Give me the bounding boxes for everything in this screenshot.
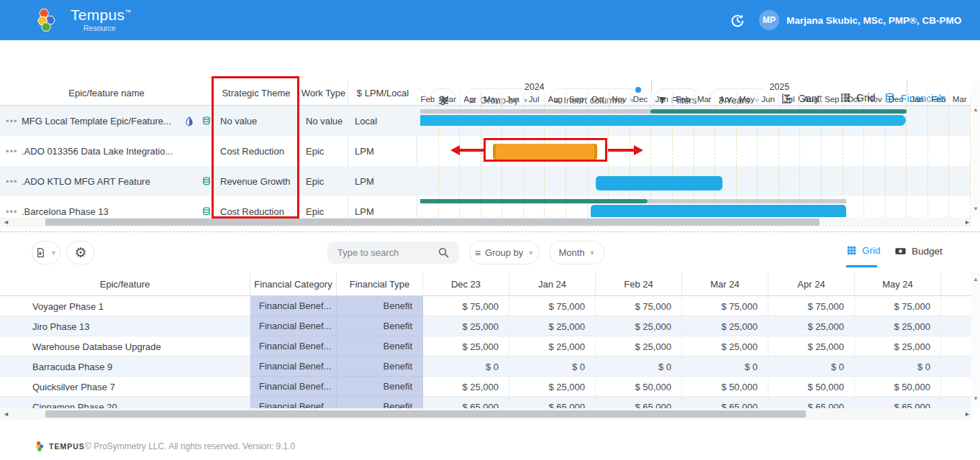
table-row[interactable]: Cinnamon Phase 20 Financial Benef... Ben… (0, 397, 971, 408)
amount-cell: $ 0 (596, 356, 682, 377)
gantt-bar-teal[interactable] (650, 109, 907, 114)
row-menu-icon[interactable]: ••• (6, 206, 20, 217)
scroll-left-arrow[interactable]: ◄ (3, 218, 9, 226)
gantt-bar-blue[interactable] (591, 205, 846, 217)
scroll-right-arrow[interactable]: ► (964, 218, 971, 226)
amount-cell: $ 65,000 (855, 397, 941, 408)
gantt-vertical-scrollbar[interactable]: ▲ ▼ (971, 80, 980, 217)
financial-type-cell: Benefit (337, 397, 423, 408)
work-type: No value (306, 116, 345, 126)
financials-table-header: Epic/feature Financial Category Financia… (0, 272, 971, 296)
row-menu-icon[interactable]: ••• (6, 146, 20, 157)
scroll-down-arrow[interactable]: ▼ (973, 206, 979, 212)
table-row[interactable]: Jiro Phase 13 Financial Benef... Benefit… (0, 316, 971, 336)
trademark: ™ (124, 9, 131, 16)
amount-cell: $ 25,000 (682, 316, 768, 336)
column-header-feb-24[interactable]: Feb 24 (596, 272, 682, 296)
column-header-jan-24[interactable]: Jan 24 (509, 272, 596, 296)
table-row[interactable]: Voyager Phase 1 Financial Benef... Benef… (0, 296, 971, 316)
tempus-logo-icon[interactable] (32, 6, 59, 34)
scrollbar-thumb[interactable] (45, 410, 806, 418)
list-icon: ≡ (475, 247, 481, 259)
app-header: Tempus™ Resource MP Marjana Skubic, MSc,… (0, 0, 980, 40)
column-header-may-24[interactable]: May 24 (855, 272, 941, 296)
scroll-up-arrow[interactable]: ▲ (973, 276, 979, 282)
financial-type-cell: Benefit (337, 316, 423, 336)
chevron-down-icon: ▼ (589, 249, 596, 257)
gantt-table-header: Epic/feature name Strategic Theme Work T… (0, 80, 417, 106)
scroll-right-arrow[interactable]: ► (964, 410, 971, 418)
chevron-down-icon: ▼ (527, 249, 534, 257)
scroll-left-arrow[interactable]: ◄ (3, 410, 9, 418)
financials-vertical-scrollbar[interactable]: ▲ ▼ (971, 272, 980, 408)
column-header-dec-23[interactable]: Dec 23 (423, 272, 509, 296)
table-row[interactable]: Quicksilver Phase 7 Financial Benef... B… (0, 377, 971, 397)
amount-cell: $ 75,000 (682, 296, 768, 316)
gantt-bar-teal[interactable] (420, 199, 648, 203)
tab-grid-view[interactable]: Grid (846, 245, 881, 256)
scroll-down-arrow[interactable]: ▼ (973, 395, 979, 402)
amount-cell: $ 0 (682, 356, 768, 377)
amount-cell: $ 50,000 (855, 377, 941, 397)
search-icon[interactable] (437, 247, 450, 259)
grid-settings-button[interactable]: ⚙ (66, 241, 95, 264)
column-header-work-type[interactable]: Work Type (299, 80, 348, 106)
gantt-bar-cyan[interactable] (420, 115, 906, 126)
interval-dropdown[interactable]: Month ▼ (549, 241, 605, 264)
grid-group-by-dropdown[interactable]: ≡ Group by ▼ (469, 241, 540, 264)
column-header-epic-feature-name[interactable]: Epic/feature name (0, 80, 213, 106)
toolbar: ← .Portfolio Roadmap with Expenses from … (0, 40, 980, 80)
financials-horizontal-scrollbar[interactable]: ◄ ► (0, 408, 971, 420)
month-label: Nov (864, 93, 886, 105)
amount-cell: $ 50,000 (768, 377, 855, 397)
table-row[interactable]: Warehouse Database Upgrade Financial Ben… (0, 336, 971, 356)
scrollbar-thumb[interactable] (45, 218, 820, 226)
epic-name: .Barcelona Phase 13 (22, 206, 176, 217)
column-header-mar-24[interactable]: Mar 24 (682, 272, 768, 296)
month-label: Aug (800, 93, 822, 105)
gantt-row[interactable]: ••• .ADO KTLO MFG ART Feature Revenue Gr… (0, 166, 417, 196)
avatar[interactable]: MP (759, 10, 779, 30)
column-header-lpm-local[interactable]: $ LPM/Local (348, 80, 417, 106)
export-button[interactable]: ▼ (32, 241, 60, 264)
month-label: Dec (630, 93, 652, 105)
month-label: Mar (949, 93, 971, 105)
year-label: 2025 (651, 80, 907, 93)
user-name[interactable]: Marjana Skubic, MSc, PMP®, CB-PMO (786, 15, 961, 26)
annotation-arrowhead-left (450, 145, 460, 155)
gantt-horizontal-scrollbar[interactable]: ◄ ► (0, 217, 971, 227)
history-icon[interactable] (730, 13, 745, 29)
month-label: Mar (439, 93, 460, 105)
gantt-row[interactable]: ••• .Barcelona Phase 13 Cost Reduction E… (0, 196, 417, 217)
coins-icon (201, 116, 212, 126)
gantt-bar-baseline-gray[interactable] (648, 199, 846, 203)
timeline-years: 2024 2025 (417, 80, 971, 93)
financial-type-cell: Benefit (337, 377, 423, 397)
section-divider (0, 231, 980, 232)
gantt-row[interactable]: ••• .ADO 013356 Data Lake Integratio... … (0, 136, 417, 166)
active-tab-underline (846, 265, 877, 267)
amount-cell: $ 65,000 (509, 397, 596, 408)
amount-cell: $ 0 (768, 356, 855, 377)
column-header-apr-24[interactable]: Apr 24 (768, 272, 855, 296)
column-header-financial-type[interactable]: Financial Type (337, 272, 423, 296)
row-menu-icon[interactable]: ••• (6, 116, 20, 126)
gantt-table: Epic/feature name Strategic Theme Work T… (0, 80, 417, 217)
row-menu-icon[interactable]: ••• (6, 176, 20, 187)
amount-cell: $ 25,000 (768, 316, 855, 336)
gantt-bar-baseline-gray[interactable] (420, 109, 650, 114)
table-row[interactable]: Barracuda Phase 9 Financial Benef... Ben… (0, 356, 971, 377)
gantt-row[interactable]: ••• MFG Local Template Epic/Feature... N… (0, 106, 417, 136)
month-label: Jan (907, 93, 928, 105)
column-header-financial-category[interactable]: Financial Category (250, 272, 337, 296)
financial-category-cell: Financial Benef... (250, 336, 337, 356)
epic-name: MFG Local Template Epic/Feature... (22, 116, 176, 126)
financial-category-cell: Financial Benef... (250, 397, 337, 408)
epic-name: .ADO 013356 Data Lake Integratio... (22, 146, 176, 157)
budget-view-label: Budget (912, 246, 943, 257)
tab-budget-view[interactable]: Budget (894, 245, 943, 257)
scroll-up-arrow[interactable]: ▲ (973, 106, 979, 113)
tempus-logo-icon (33, 440, 45, 453)
gantt-bar-blue[interactable] (596, 176, 722, 190)
column-header-epic-feature[interactable]: Epic/feature (0, 272, 250, 296)
